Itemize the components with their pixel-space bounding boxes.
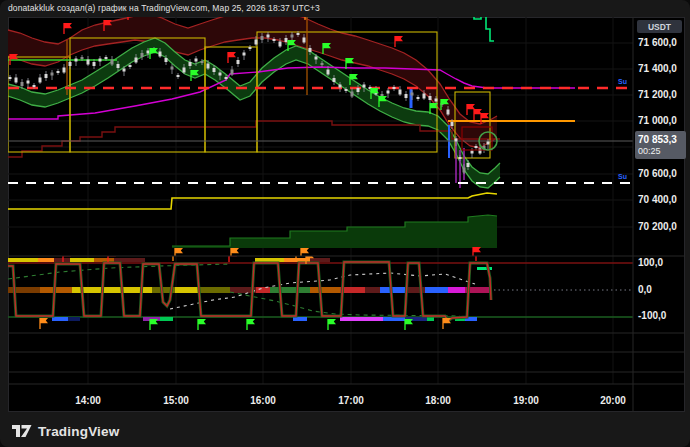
flag-banner — [405, 319, 413, 324]
price-pane — [8, 8, 633, 259]
osc-zero-segment — [448, 287, 465, 293]
candle-body — [345, 89, 348, 91]
candle-body — [479, 149, 482, 154]
candle-body — [315, 57, 318, 60]
candle-body — [261, 36, 264, 40]
candle-body — [231, 70, 234, 75]
candle-body — [21, 82, 24, 86]
candle-body — [33, 85, 36, 87]
flag-banner — [63, 251, 71, 256]
candle-body — [309, 48, 312, 52]
candle-body — [99, 59, 102, 62]
chart-canvas[interactable] — [0, 0, 690, 447]
tradingview-share-image: donatakkluk создал(а) график на TradingV… — [0, 0, 690, 447]
osc-top-segment — [38, 258, 54, 262]
osc-zero-segment — [270, 287, 310, 293]
price-tick-label: 71 000,0 — [638, 115, 684, 126]
candle-body — [207, 64, 210, 69]
candle-body — [351, 92, 354, 97]
candle-body — [171, 67, 174, 70]
flag-banner — [108, 251, 116, 256]
candle-body — [195, 59, 198, 62]
osc-bottom-segment — [68, 317, 80, 321]
candle-body — [135, 58, 138, 63]
candle-body — [189, 62, 192, 66]
candle-body — [321, 63, 324, 65]
candle-body — [451, 122, 454, 126]
candle-body — [255, 40, 258, 45]
time-tick-label: 19:00 — [506, 395, 546, 406]
osc-bottom-segment — [52, 317, 68, 321]
osc-zero-segment — [256, 287, 270, 293]
candle-body — [267, 35, 270, 38]
candle-body — [417, 97, 420, 99]
candle-body — [39, 78, 42, 83]
candle-body — [15, 78, 18, 83]
candle-body — [159, 52, 162, 57]
candle-body — [303, 38, 306, 43]
flag-banner — [64, 23, 72, 28]
flag-banner — [379, 96, 387, 101]
candle-body — [165, 58, 168, 62]
flag-banner — [481, 113, 489, 118]
candle-body — [363, 85, 366, 88]
candle-body — [183, 68, 186, 73]
candle-body — [249, 47, 252, 49]
candle-body — [467, 163, 470, 167]
price-tick-label: 70 200,0 — [638, 221, 684, 232]
osc-top-segment — [8, 258, 38, 262]
time-tick-label: 17:00 — [331, 395, 371, 406]
yellow-range-box — [205, 47, 257, 152]
candle-body — [93, 62, 96, 66]
candle-body — [279, 42, 282, 47]
candle-body — [291, 35, 294, 38]
candle-body — [339, 85, 342, 88]
time-tick-label: 14:00 — [68, 395, 108, 406]
flag-banner — [150, 319, 158, 324]
osc-top-segment — [54, 258, 70, 262]
candle-body — [463, 168, 466, 173]
time-tick-label: 16:00 — [243, 395, 283, 406]
candle-body — [117, 64, 120, 68]
candle-body — [105, 57, 108, 59]
candle-body — [459, 157, 462, 159]
candle-body — [147, 51, 150, 54]
yellow-level-step-line — [8, 193, 497, 209]
candle-body — [51, 73, 54, 76]
oscillator-tick-label: -100,0 — [638, 310, 684, 321]
candle-body — [357, 88, 360, 92]
candle-body — [129, 65, 132, 67]
candle-body — [177, 75, 180, 77]
candle-body — [399, 90, 402, 95]
candle-body — [87, 60, 90, 65]
candle-body — [201, 61, 204, 63]
candlesticks — [9, 31, 490, 174]
green-zigzag-line — [466, 13, 494, 41]
candle-body — [435, 99, 438, 102]
currency-button[interactable]: USDT — [637, 20, 682, 33]
candle-body — [141, 53, 144, 57]
osc-top-segment — [310, 258, 330, 262]
candle-body — [429, 96, 432, 100]
osc-bottom-segment — [383, 317, 405, 321]
osc-zero-segment — [8, 287, 40, 293]
flag-banner — [473, 247, 481, 252]
candle-body — [57, 71, 60, 73]
flag-banner — [175, 248, 183, 253]
flag-banner — [371, 88, 379, 93]
flag-banner — [40, 318, 48, 323]
candle-body — [27, 81, 30, 84]
candle-body — [45, 74, 48, 78]
time-tick-label: 15:00 — [156, 395, 196, 406]
osc-top-segment — [94, 258, 114, 262]
candle-body — [75, 59, 78, 62]
oscillator-pane — [8, 250, 633, 330]
flag-banner — [467, 104, 475, 109]
price-tick-label: 71 400,0 — [638, 63, 684, 74]
osc-bottom-segment — [160, 317, 173, 321]
candle-body — [475, 146, 478, 148]
candle-body — [213, 68, 216, 72]
candle-body — [111, 60, 114, 65]
candle-body — [333, 78, 336, 82]
oscillator-tick-label: 0,0 — [638, 284, 684, 295]
